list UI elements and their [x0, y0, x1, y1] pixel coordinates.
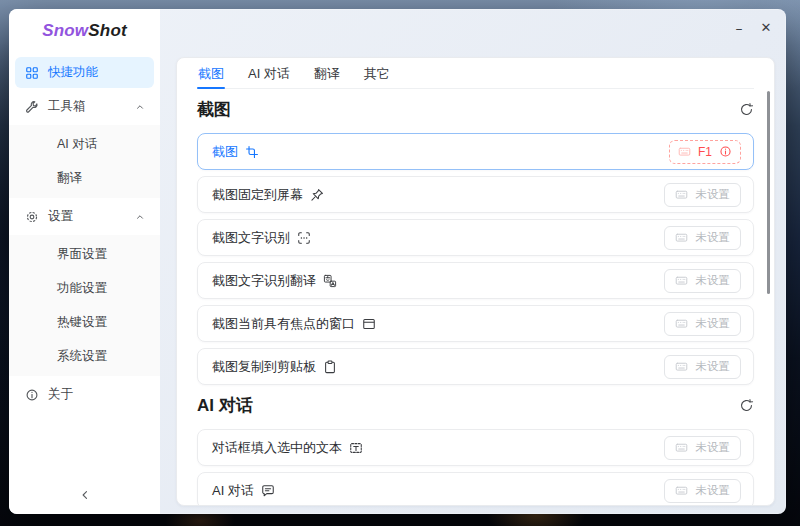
tab-screenshot[interactable]: 截图 [197, 62, 225, 88]
sidebar-item-function-settings[interactable]: 功能设置 [15, 273, 154, 304]
hotkey-row-copy-to-clipboard[interactable]: 截图复制到剪贴板 未设置 [197, 348, 754, 385]
ocr-icon [297, 231, 311, 245]
keyboard-icon [675, 231, 688, 244]
screenshot-icon [245, 145, 259, 159]
app-logo: SnowShot [9, 9, 160, 51]
screenshot-hotkey-list: 截图 F1 截图固定到屏幕 [197, 133, 754, 385]
chevron-up-icon [135, 212, 145, 222]
keyboard-icon [675, 441, 688, 454]
hotkey-label: 对话框填入选中的文本 [212, 439, 342, 457]
hotkey-label: 截图复制到剪贴板 [212, 358, 316, 376]
hotkey-label: 截图固定到屏幕 [212, 186, 303, 204]
info-icon [25, 388, 39, 402]
hotkey-row-screenshot[interactable]: 截图 F1 [197, 133, 754, 170]
tab-ai-chat[interactable]: AI 对话 [247, 62, 291, 88]
ai-chat-hotkey-list: 对话框填入选中的文本 未设置 AI 对话 [197, 429, 754, 506]
clipboard-icon [323, 360, 337, 374]
hotkey-row-ocr[interactable]: 截图文字识别 未设置 [197, 219, 754, 256]
section-title: 截图 [197, 98, 231, 121]
chat-bubble-icon [261, 484, 275, 498]
settings-submenu: 界面设置 功能设置 热键设置 系统设置 [9, 235, 160, 376]
hotkey-row-fill-selected-text[interactable]: 对话框填入选中的文本 未设置 [197, 429, 754, 466]
sidebar-item-label: 热键设置 [57, 314, 107, 331]
hotkey-value: 未设置 [696, 230, 731, 245]
hotkey-row-pin-to-screen[interactable]: 截图固定到屏幕 未设置 [197, 176, 754, 213]
refresh-icon[interactable] [739, 102, 754, 117]
hotkey-row-ai-chat[interactable]: AI 对话 未设置 [197, 472, 754, 506]
hotkey-label: 截图 [212, 143, 238, 161]
sidebar-item-translate[interactable]: 翻译 [15, 163, 154, 194]
hotkey-value: 未设置 [696, 273, 731, 288]
hotkey-badge[interactable]: 未设置 [664, 269, 742, 293]
text-select-icon [349, 441, 363, 455]
chevron-left-icon [79, 489, 91, 501]
sidebar-item-label: 系统设置 [57, 348, 107, 365]
sidebar-item-hotkey-settings[interactable]: 热键设置 [15, 307, 154, 338]
hotkey-badge[interactable]: 未设置 [664, 436, 742, 460]
hotkey-badge[interactable]: 未设置 [664, 312, 742, 336]
tab-translate[interactable]: 翻译 [313, 62, 341, 88]
hotkey-value: 未设置 [696, 187, 731, 202]
snowshot-window: SnowShot 快捷功能 工具箱 [9, 9, 786, 514]
hotkey-value: F1 [698, 145, 712, 159]
hotkey-label: 截图文字识别翻译 [212, 272, 316, 290]
sidebar-item-settings[interactable]: 设置 [15, 201, 154, 232]
keyboard-icon [675, 274, 688, 287]
keyboard-icon [675, 360, 688, 373]
hotkey-row-ocr-translate[interactable]: 截图文字识别翻译 未设置 [197, 262, 754, 299]
window-titlebar[interactable]: – ✕ [160, 9, 786, 57]
hotkey-settings-panel: 截图 AI 对话 翻译 其它 截图 截图 F1 [176, 57, 775, 506]
hotkey-label: 截图文字识别 [212, 229, 290, 247]
hotkey-row-focused-window[interactable]: 截图当前具有焦点的窗口 未设置 [197, 305, 754, 342]
sidebar-item-quick-functions[interactable]: 快捷功能 [15, 57, 154, 88]
hotkey-badge[interactable]: F1 [669, 140, 741, 164]
sidebar-item-about[interactable]: 关于 [15, 379, 154, 410]
hotkey-badge[interactable]: 未设置 [664, 355, 742, 379]
sidebar: SnowShot 快捷功能 工具箱 [9, 9, 160, 514]
sidebar-item-ai-chat[interactable]: AI 对话 [15, 129, 154, 160]
hotkey-label: AI 对话 [212, 482, 254, 500]
toolbox-submenu: AI 对话 翻译 [9, 125, 160, 198]
hotkey-badge[interactable]: 未设置 [664, 226, 742, 250]
keyboard-icon [675, 317, 688, 330]
tool-icon [25, 100, 39, 114]
refresh-icon[interactable] [739, 398, 754, 413]
pin-icon [310, 188, 324, 202]
sidebar-item-label: 翻译 [57, 170, 82, 187]
sidebar-item-label: 设置 [48, 208, 73, 225]
hotkey-value: 未设置 [696, 483, 731, 498]
scrollbar[interactable] [767, 91, 770, 294]
sidebar-item-interface-settings[interactable]: 界面设置 [15, 239, 154, 270]
sidebar-item-label: 关于 [48, 386, 73, 403]
sidebar-item-label: AI 对话 [57, 136, 97, 153]
hotkey-value: 未设置 [696, 440, 731, 455]
keyboard-icon [678, 145, 691, 158]
hotkey-badge[interactable]: 未设置 [664, 479, 742, 503]
close-button[interactable]: ✕ [755, 17, 777, 39]
logo-part-snow: Snow [42, 21, 88, 40]
keyboard-icon [675, 484, 688, 497]
section-header-screenshot: 截图 [197, 97, 754, 121]
sidebar-item-label: 界面设置 [57, 246, 107, 263]
section-title: AI 对话 [197, 394, 253, 417]
section-header-ai-chat: AI 对话 [197, 393, 754, 417]
hotkey-label: 截图当前具有焦点的窗口 [212, 315, 355, 333]
sidebar-collapse-button[interactable] [9, 486, 160, 504]
hotkey-value: 未设置 [696, 316, 731, 331]
info-circle-icon [719, 145, 732, 158]
ocr-translate-icon [323, 274, 337, 288]
sidebar-item-label: 功能设置 [57, 280, 107, 297]
hotkey-value: 未设置 [696, 359, 731, 374]
logo-part-shot: Shot [88, 21, 127, 40]
gear-icon [25, 210, 39, 224]
sidebar-nav: 快捷功能 工具箱 AI 对话 翻译 [9, 57, 160, 410]
grid-icon [25, 66, 39, 80]
keyboard-icon [675, 188, 688, 201]
hotkey-badge[interactable]: 未设置 [664, 183, 742, 207]
tab-other[interactable]: 其它 [363, 62, 391, 88]
minimize-button[interactable]: – [728, 17, 750, 39]
chevron-up-icon [135, 102, 145, 112]
sidebar-item-system-settings[interactable]: 系统设置 [15, 341, 154, 372]
sidebar-item-toolbox[interactable]: 工具箱 [15, 91, 154, 122]
tab-bar: 截图 AI 对话 翻译 其它 [197, 62, 754, 89]
